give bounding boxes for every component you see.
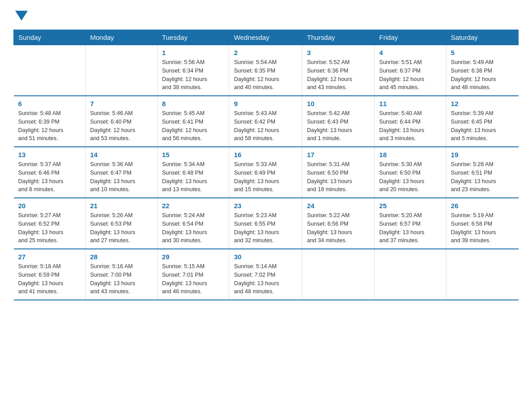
calendar-header-tuesday: Tuesday bbox=[157, 30, 229, 45]
day-number: 1 bbox=[162, 49, 225, 56]
day-number: 8 bbox=[162, 100, 225, 107]
day-number: 5 bbox=[451, 49, 514, 56]
day-number: 23 bbox=[234, 202, 297, 210]
day-number: 21 bbox=[90, 202, 152, 210]
calendar-cell: 8Sunrise: 5:45 AMSunset: 6:41 PMDaylight… bbox=[157, 96, 229, 147]
day-info: Sunrise: 5:16 AMSunset: 7:00 PMDaylight:… bbox=[90, 262, 152, 296]
calendar-cell: 27Sunrise: 5:18 AMSunset: 6:59 PMDayligh… bbox=[14, 249, 86, 300]
day-info: Sunrise: 5:26 AMSunset: 6:53 PMDaylight:… bbox=[90, 211, 152, 245]
day-info: Sunrise: 5:52 AMSunset: 6:36 PMDaylight:… bbox=[307, 58, 369, 92]
calendar-cell: 3Sunrise: 5:52 AMSunset: 6:36 PMDaylight… bbox=[302, 45, 374, 96]
calendar-table: SundayMondayTuesdayWednesdayThursdayFrid… bbox=[13, 30, 519, 300]
calendar-cell bbox=[302, 249, 374, 300]
day-info: Sunrise: 5:45 AMSunset: 6:41 PMDaylight:… bbox=[162, 109, 225, 143]
calendar-cell: 13Sunrise: 5:37 AMSunset: 6:46 PMDayligh… bbox=[14, 147, 86, 198]
calendar-week-row: 13Sunrise: 5:37 AMSunset: 6:46 PMDayligh… bbox=[14, 147, 519, 198]
logo-triangle-icon bbox=[15, 11, 28, 21]
day-info: Sunrise: 5:43 AMSunset: 6:42 PMDaylight:… bbox=[234, 109, 297, 143]
day-number: 20 bbox=[18, 202, 81, 210]
calendar-cell: 1Sunrise: 5:56 AMSunset: 6:34 PMDaylight… bbox=[157, 45, 229, 96]
day-number: 22 bbox=[162, 202, 225, 210]
day-number: 10 bbox=[307, 100, 369, 107]
calendar-cell bbox=[14, 45, 86, 96]
day-number: 26 bbox=[451, 202, 514, 210]
day-number: 29 bbox=[162, 253, 225, 261]
day-info: Sunrise: 5:19 AMSunset: 6:58 PMDaylight:… bbox=[451, 211, 514, 245]
day-number: 11 bbox=[379, 100, 442, 107]
day-number: 4 bbox=[379, 49, 442, 56]
day-info: Sunrise: 5:42 AMSunset: 6:43 PMDaylight:… bbox=[307, 109, 369, 143]
calendar-header-friday: Friday bbox=[374, 30, 446, 45]
calendar-cell: 2Sunrise: 5:54 AMSunset: 6:35 PMDaylight… bbox=[229, 45, 302, 96]
calendar-header-wednesday: Wednesday bbox=[229, 30, 302, 45]
day-info: Sunrise: 5:22 AMSunset: 6:56 PMDaylight:… bbox=[307, 211, 369, 245]
day-info: Sunrise: 5:31 AMSunset: 6:50 PMDaylight:… bbox=[307, 160, 369, 194]
calendar-cell: 28Sunrise: 5:16 AMSunset: 7:00 PMDayligh… bbox=[86, 249, 157, 300]
page-header bbox=[13, 9, 519, 21]
calendar-cell: 15Sunrise: 5:34 AMSunset: 6:48 PMDayligh… bbox=[157, 147, 229, 198]
day-number: 3 bbox=[307, 49, 369, 56]
day-info: Sunrise: 5:30 AMSunset: 6:50 PMDaylight:… bbox=[379, 160, 442, 194]
calendar-cell: 5Sunrise: 5:49 AMSunset: 6:38 PMDaylight… bbox=[446, 45, 518, 96]
day-number: 18 bbox=[379, 151, 442, 158]
calendar-week-row: 27Sunrise: 5:18 AMSunset: 6:59 PMDayligh… bbox=[14, 249, 519, 300]
day-info: Sunrise: 5:23 AMSunset: 6:55 PMDaylight:… bbox=[234, 211, 297, 245]
calendar-week-row: 6Sunrise: 5:48 AMSunset: 6:39 PMDaylight… bbox=[14, 96, 519, 147]
day-info: Sunrise: 5:18 AMSunset: 6:59 PMDaylight:… bbox=[18, 262, 81, 296]
calendar-cell: 6Sunrise: 5:48 AMSunset: 6:39 PMDaylight… bbox=[14, 96, 86, 147]
calendar-cell: 10Sunrise: 5:42 AMSunset: 6:43 PMDayligh… bbox=[302, 96, 374, 147]
calendar-week-row: 20Sunrise: 5:27 AMSunset: 6:52 PMDayligh… bbox=[14, 198, 519, 249]
day-info: Sunrise: 5:20 AMSunset: 6:57 PMDaylight:… bbox=[379, 211, 442, 245]
day-number: 25 bbox=[379, 202, 442, 210]
day-info: Sunrise: 5:54 AMSunset: 6:35 PMDaylight:… bbox=[234, 58, 297, 92]
calendar-cell: 29Sunrise: 5:15 AMSunset: 7:01 PMDayligh… bbox=[157, 249, 229, 300]
calendar-cell bbox=[86, 45, 157, 96]
calendar-cell: 4Sunrise: 5:51 AMSunset: 6:37 PMDaylight… bbox=[374, 45, 446, 96]
day-info: Sunrise: 5:46 AMSunset: 6:40 PMDaylight:… bbox=[90, 109, 152, 143]
calendar-cell: 20Sunrise: 5:27 AMSunset: 6:52 PMDayligh… bbox=[14, 198, 86, 249]
day-number: 19 bbox=[451, 151, 514, 158]
day-info: Sunrise: 5:34 AMSunset: 6:48 PMDaylight:… bbox=[162, 160, 225, 194]
calendar-cell: 11Sunrise: 5:40 AMSunset: 6:44 PMDayligh… bbox=[374, 96, 446, 147]
day-info: Sunrise: 5:48 AMSunset: 6:39 PMDaylight:… bbox=[18, 109, 81, 143]
day-info: Sunrise: 5:37 AMSunset: 6:46 PMDaylight:… bbox=[18, 160, 81, 194]
calendar-header-thursday: Thursday bbox=[302, 30, 374, 45]
day-number: 28 bbox=[90, 253, 152, 261]
calendar-cell: 18Sunrise: 5:30 AMSunset: 6:50 PMDayligh… bbox=[374, 147, 446, 198]
day-number: 17 bbox=[307, 151, 369, 158]
calendar-cell bbox=[374, 249, 446, 300]
day-number: 30 bbox=[234, 253, 297, 261]
logo bbox=[13, 9, 28, 21]
calendar-cell: 16Sunrise: 5:33 AMSunset: 6:49 PMDayligh… bbox=[229, 147, 302, 198]
calendar-cell: 12Sunrise: 5:39 AMSunset: 6:45 PMDayligh… bbox=[446, 96, 518, 147]
calendar-cell: 21Sunrise: 5:26 AMSunset: 6:53 PMDayligh… bbox=[86, 198, 157, 249]
calendar-cell: 30Sunrise: 5:14 AMSunset: 7:02 PMDayligh… bbox=[229, 249, 302, 300]
day-number: 6 bbox=[18, 100, 81, 107]
day-info: Sunrise: 5:56 AMSunset: 6:34 PMDaylight:… bbox=[162, 58, 225, 92]
calendar-cell: 7Sunrise: 5:46 AMSunset: 6:40 PMDaylight… bbox=[86, 96, 157, 147]
calendar-header-monday: Monday bbox=[86, 30, 157, 45]
day-number: 14 bbox=[90, 151, 152, 158]
calendar-cell: 19Sunrise: 5:28 AMSunset: 6:51 PMDayligh… bbox=[446, 147, 518, 198]
calendar-header-sunday: Sunday bbox=[14, 30, 86, 45]
day-number: 15 bbox=[162, 151, 225, 158]
calendar-header-row: SundayMondayTuesdayWednesdayThursdayFrid… bbox=[14, 30, 519, 45]
day-number: 7 bbox=[90, 100, 152, 107]
day-info: Sunrise: 5:15 AMSunset: 7:01 PMDaylight:… bbox=[162, 262, 225, 296]
day-number: 24 bbox=[307, 202, 369, 210]
day-number: 2 bbox=[234, 49, 297, 56]
calendar-cell: 24Sunrise: 5:22 AMSunset: 6:56 PMDayligh… bbox=[302, 198, 374, 249]
day-number: 16 bbox=[234, 151, 297, 158]
day-info: Sunrise: 5:14 AMSunset: 7:02 PMDaylight:… bbox=[234, 262, 297, 296]
calendar-cell: 14Sunrise: 5:36 AMSunset: 6:47 PMDayligh… bbox=[86, 147, 157, 198]
day-info: Sunrise: 5:27 AMSunset: 6:52 PMDaylight:… bbox=[18, 211, 81, 245]
calendar-cell: 23Sunrise: 5:23 AMSunset: 6:55 PMDayligh… bbox=[229, 198, 302, 249]
day-info: Sunrise: 5:39 AMSunset: 6:45 PMDaylight:… bbox=[451, 109, 514, 143]
calendar-cell: 25Sunrise: 5:20 AMSunset: 6:57 PMDayligh… bbox=[374, 198, 446, 249]
calendar-cell: 22Sunrise: 5:24 AMSunset: 6:54 PMDayligh… bbox=[157, 198, 229, 249]
calendar-cell: 9Sunrise: 5:43 AMSunset: 6:42 PMDaylight… bbox=[229, 96, 302, 147]
day-number: 9 bbox=[234, 100, 297, 107]
day-number: 27 bbox=[18, 253, 81, 261]
day-info: Sunrise: 5:24 AMSunset: 6:54 PMDaylight:… bbox=[162, 211, 225, 245]
day-number: 12 bbox=[451, 100, 514, 107]
